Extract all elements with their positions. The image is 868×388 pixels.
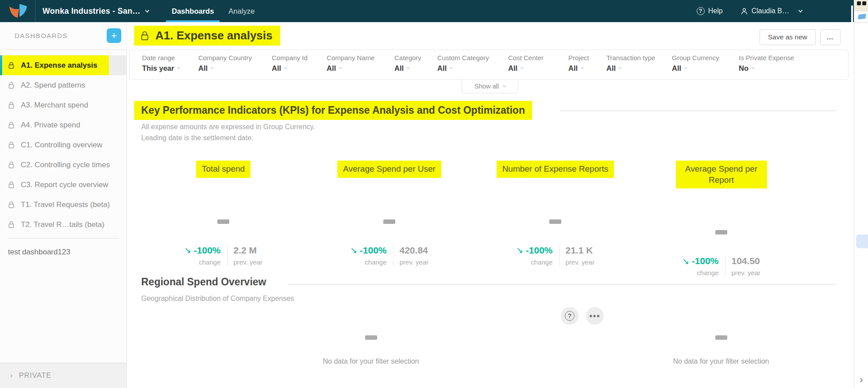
filter-label: Is Private Expense: [739, 54, 794, 61]
dashboard-list: A1. Expense analysis A2. Spend patterns …: [0, 55, 127, 234]
chevron-right-icon[interactable]: [859, 378, 863, 383]
panel-highlight[interactable]: [856, 234, 868, 248]
lock-icon: [140, 31, 149, 41]
dashboard-main: A1. Expense analysis Save as new … Date …: [127, 22, 853, 388]
panel-header: [854, 0, 868, 12]
sidebar-item-a3-merchant-spend[interactable]: A3. Merchant spend: [0, 95, 127, 115]
filter-value-dropdown[interactable]: All: [568, 64, 589, 73]
lock-icon: [8, 101, 15, 109]
sidebar-item-c1-controlling-overview[interactable]: C1. Controlling overview: [0, 135, 127, 155]
trend-down-icon: ↘: [682, 256, 689, 266]
more-options-button[interactable]: …: [820, 29, 841, 45]
lock-icon: [8, 201, 15, 208]
filter-company-name: Company Name All: [327, 54, 374, 73]
sidebar-item-a2-spend-patterns[interactable]: A2. Spend patterns: [0, 75, 127, 95]
kpi-value-placeholder: [217, 219, 229, 224]
page-title: A1. Expense analysis: [155, 29, 272, 42]
chevron-down-icon: [145, 8, 150, 12]
sidebar-item-c2-controlling-cycle-times[interactable]: C2. Controlling cycle times: [0, 155, 127, 175]
save-as-new-button[interactable]: Save as new: [760, 29, 816, 45]
lock-icon: [8, 181, 15, 188]
lock-icon: [8, 81, 15, 89]
ellipsis-icon: •••: [590, 311, 601, 321]
sidebar-item-t2-travel-details[interactable]: T2. Travel R…tails (beta): [0, 215, 127, 234]
kpi-card-average-spend-per-report: Average Spend per Report ↘-100%change 10…: [638, 157, 804, 277]
kpi-value-placeholder: [383, 219, 395, 224]
chevron-down-icon: [521, 66, 524, 69]
panel-icon[interactable]: [857, 1, 861, 5]
sidebar-item-c3-report-cycle-overview[interactable]: C3. Report cycle overview: [0, 175, 127, 195]
filter-label: Date range: [142, 54, 180, 61]
filter-value-dropdown[interactable]: All: [508, 64, 544, 73]
filter-value-dropdown[interactable]: All: [272, 64, 308, 73]
chart-help-button[interactable]: ?: [561, 307, 579, 325]
kpi-stats: ↘-100%change 21.1 Kprev. year: [516, 245, 594, 266]
show-all-button[interactable]: Show all: [462, 80, 518, 93]
lock-icon: [8, 121, 15, 129]
filter-label: Category: [394, 54, 421, 61]
kpi-card-average-spend-per-user: Average Spend per User ↘-100%change 420.…: [306, 157, 472, 277]
lock-icon: [8, 221, 15, 228]
tab-analyze[interactable]: Analyze: [223, 0, 260, 22]
chevron-down-icon: [503, 84, 506, 87]
sidebar: DASHBOARDS + A1. Expense analysis A2. Sp…: [0, 22, 127, 388]
filter-project: Project All: [568, 54, 589, 73]
filter-value-dropdown[interactable]: All: [672, 64, 719, 73]
org-switcher[interactable]: Wonka Industries - San…: [42, 7, 149, 16]
scrollbar-thumb[interactable]: [851, 5, 853, 42]
kpi-stats: ↘-100%change 2.2 Mprev. year: [184, 245, 262, 266]
section-rule: [560, 111, 837, 111]
filter-label: Custom Category: [437, 54, 489, 61]
navbar-right: ? Help Claudia B…: [697, 0, 802, 22]
sidebar-item-test-dashboard123[interactable]: test dashboard123: [8, 243, 70, 261]
chevron-down-icon: [684, 66, 687, 69]
tab-dashboards[interactable]: Dashboards: [166, 0, 220, 22]
add-dashboard-button[interactable]: +: [107, 28, 121, 43]
filter-value-dropdown[interactable]: All: [327, 64, 374, 73]
chevron-down-icon: [284, 66, 287, 69]
private-section-toggle[interactable]: PRIVATE: [0, 363, 127, 388]
trend-down-icon: ↘: [184, 245, 191, 255]
chart-value-placeholder: [365, 335, 377, 340]
help-button[interactable]: ? Help: [697, 7, 723, 15]
sidebar-item-t1-travel-requests[interactable]: T1. Travel Requests (beta): [0, 195, 127, 215]
section-rule: [288, 284, 836, 284]
filter-custom-category: Custom Category All: [437, 54, 489, 73]
kpi-title: Number of Expense Reports: [497, 161, 614, 178]
sidebar-item-a1-expense-analysis[interactable]: A1. Expense analysis: [0, 55, 127, 75]
chart-more-button[interactable]: •••: [586, 307, 604, 325]
panel-blue-icon[interactable]: [858, 14, 866, 19]
highlight-annotation: A1. Expense analysis: [3, 55, 109, 75]
filter-label: Cost Center: [508, 54, 544, 61]
chevron-right-icon: [9, 374, 12, 377]
chevron-down-icon[interactable]: [799, 8, 803, 12]
trend-down-icon: ↘: [516, 245, 523, 255]
kpi-card-total-spend: Total spend ↘-100%change 2.2 Mprev. year: [140, 157, 306, 277]
user-menu[interactable]: Claudia B…: [741, 7, 789, 15]
chart-value-placeholder: [715, 335, 727, 340]
filter-label: Group Currency: [672, 54, 719, 61]
filter-value-dropdown[interactable]: This year: [142, 64, 180, 73]
filter-value-dropdown[interactable]: All: [394, 64, 421, 73]
filter-value-dropdown[interactable]: All: [198, 64, 252, 73]
divider: [725, 256, 725, 277]
filter-value-dropdown[interactable]: No: [739, 64, 794, 73]
regional-subtitle: Geographical Distribution of Company Exp…: [141, 295, 294, 303]
panel-icon[interactable]: [862, 1, 866, 5]
filter-value-dropdown[interactable]: All: [606, 64, 655, 73]
filter-group-currency: Group Currency All: [672, 54, 719, 73]
kpi-section-title-highlight: Key Performance Indicators (KPIs) for Ex…: [134, 101, 532, 120]
page-title-highlight: A1. Expense analysis: [134, 26, 280, 46]
lock-icon: [8, 61, 15, 69]
filter-company-id: Company Id All: [272, 54, 308, 73]
divider: [559, 245, 559, 266]
filter-date-range: Date range This year: [142, 54, 180, 73]
filter-value-dropdown[interactable]: All: [437, 64, 489, 73]
kpi-subtitle-2: Leading date is the settlement date.: [141, 134, 254, 142]
kpi-value-placeholder: [715, 230, 727, 234]
filter-company-country: Company Country All: [198, 54, 252, 73]
sidebar-item-a4-private-spend[interactable]: A4. Private spend: [0, 115, 127, 135]
chevron-down-icon: [752, 66, 755, 69]
chevron-down-icon: [211, 66, 214, 69]
app-logo[interactable]: [0, 0, 35, 22]
